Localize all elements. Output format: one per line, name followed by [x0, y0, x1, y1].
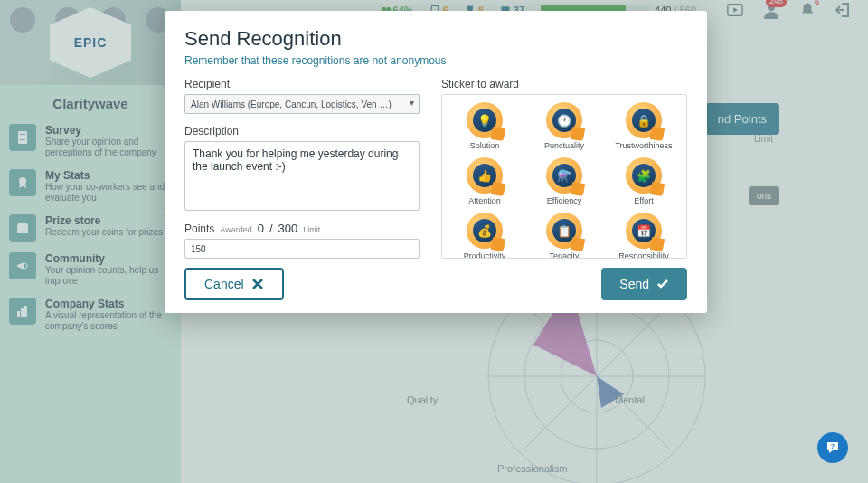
sticker-effort[interactable]: 🧩Effort — [607, 157, 681, 205]
points-label: Points — [184, 223, 214, 235]
points-sep: / — [269, 222, 273, 235]
cancel-button[interactable]: Cancel — [184, 268, 284, 300]
sticker-caption: Effort — [634, 196, 653, 205]
recipient-select[interactable]: Alan Williams (Europe, Cancun, Logistics… — [184, 94, 420, 114]
sticker-caption: Responsibility — [618, 251, 669, 258]
sticker-icon: 📋 — [546, 213, 582, 249]
sticker-caption: Solution — [470, 141, 500, 150]
sticker-icon: 💰 — [467, 213, 503, 249]
sticker-caption: Tenacity — [549, 251, 579, 258]
close-icon — [251, 278, 264, 290]
svg-text:?: ? — [831, 443, 835, 450]
send-label: Send — [619, 277, 649, 291]
sticker-icon: 📅 — [626, 213, 662, 249]
sticker-scroll[interactable]: 💡Solution🕐Punctuality🔒Trustworthiness👍At… — [442, 95, 686, 258]
sticker-icon: 🔒 — [626, 102, 662, 138]
points-awarded-label: Awarded — [220, 225, 251, 234]
sticker-icon: ⚗️ — [546, 157, 582, 194]
sticker-icon: 👍 — [467, 157, 503, 194]
description-label: Description — [184, 125, 420, 137]
sticker-responsibility[interactable]: 📅Responsibility — [607, 213, 681, 258]
sticker-icon: 🧩 — [626, 157, 662, 194]
sticker-label: Sticker to award — [441, 78, 687, 90]
sticker-caption: Attention — [468, 196, 501, 205]
sticker-solution[interactable]: 💡Solution — [448, 102, 522, 150]
sticker-caption: Productivity — [464, 251, 506, 258]
help-fab[interactable]: ? — [817, 432, 848, 463]
sticker-caption: Efficiency — [547, 196, 581, 205]
sticker-caption: Punctuality — [544, 141, 584, 150]
sticker-efficiency[interactable]: ⚗️Efficiency — [527, 157, 601, 205]
check-icon — [656, 278, 669, 290]
points-input[interactable] — [184, 239, 420, 259]
modal-title: Send Recognition — [184, 27, 687, 51]
cancel-label: Cancel — [204, 277, 244, 291]
recipient-label: Recipient — [184, 78, 420, 90]
sticker-productivity[interactable]: 💰Productivity — [448, 213, 522, 258]
recognition-modal: Send Recognition Remember that these rec… — [165, 11, 707, 313]
sticker-caption: Trustworthiness — [615, 141, 672, 150]
points-max: 300 — [278, 222, 298, 235]
sticker-attention[interactable]: 👍Attention — [448, 157, 522, 205]
points-limit-label: Limit — [303, 225, 320, 234]
sticker-trustworthiness[interactable]: 🔒Trustworthiness — [607, 102, 681, 150]
send-button[interactable]: Send — [601, 268, 687, 300]
points-awarded: 0 — [258, 222, 264, 235]
sticker-icon: 💡 — [467, 102, 503, 138]
sticker-icon: 🕐 — [546, 102, 582, 138]
modal-subtitle: Remember that these recognitions are not… — [184, 54, 687, 67]
sticker-tenacity[interactable]: 📋Tenacity — [527, 213, 601, 258]
sticker-punctuality[interactable]: 🕐Punctuality — [527, 102, 601, 150]
help-icon: ? — [826, 440, 840, 455]
description-textarea[interactable]: Thank you for helping me yesterday durin… — [184, 141, 420, 211]
